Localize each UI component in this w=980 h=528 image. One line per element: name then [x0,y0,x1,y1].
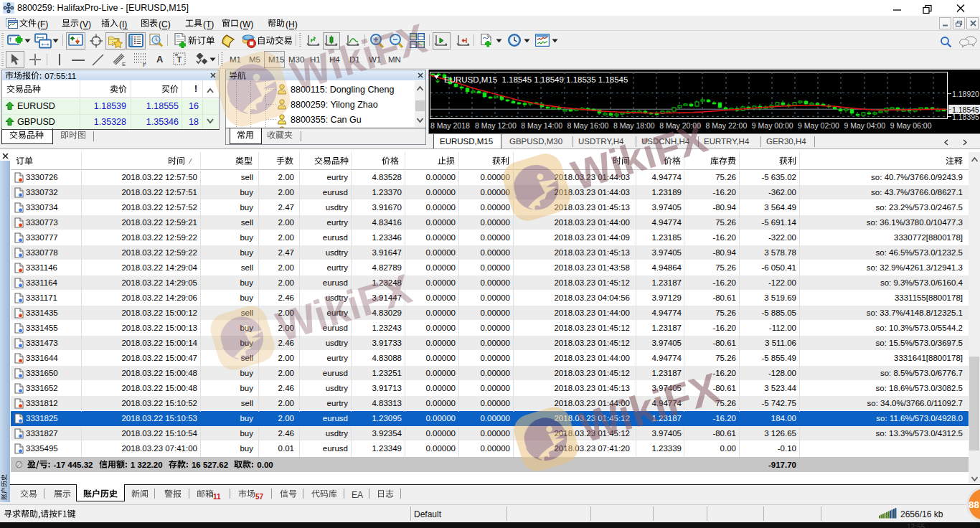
svg-text:88: 88 [969,499,980,510]
